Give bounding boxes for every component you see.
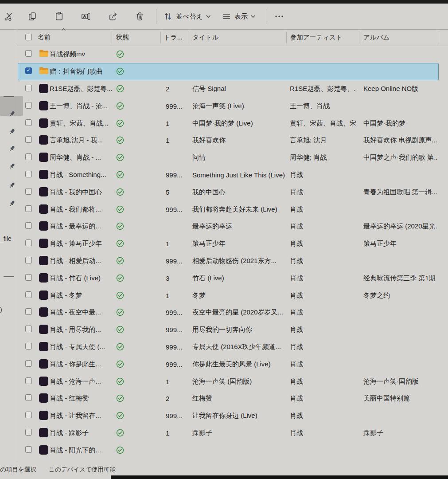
table-row[interactable]: 言承旭,沈月 - 我... 1 我好喜欢你 言承旭; 沈月 我好喜欢你 电视剧原… bbox=[17, 132, 448, 149]
pin-icon[interactable] bbox=[8, 110, 16, 118]
row-checkbox-wrap[interactable] bbox=[25, 153, 32, 161]
table-row[interactable]: 肖战 - 冬梦 1 冬梦 肖战 冬梦之约 bbox=[17, 287, 448, 304]
table-row[interactable]: 肖战 - 阳光下的... bbox=[17, 441, 448, 459]
table-row[interactable]: 肖战 - 专属天使 (... 999... 专属天使 (2016X玖少年频道..… bbox=[17, 338, 448, 356]
table-row[interactable]: 肖战 - 策马正少年 1 策马正少年 肖战 策马正少年 bbox=[17, 235, 448, 252]
table-row[interactable]: 肖战 - Something... 999... Something Just … bbox=[17, 166, 448, 184]
row-checkbox-wrap[interactable] bbox=[25, 136, 32, 144]
row-checkbox[interactable] bbox=[25, 308, 32, 315]
table-row[interactable]: 王一博、肖战 - 沧... 999... 沧海一声笑 (Live) 王一博、肖战 bbox=[17, 97, 448, 114]
row-checkbox[interactable] bbox=[25, 274, 32, 281]
table-row[interactable]: 肖战 - 沧海一声... 1 沧海一声笑 (国韵版) 肖战 沧海一声笑·国韵版 bbox=[17, 373, 448, 390]
row-checkbox[interactable] bbox=[25, 67, 32, 74]
row-checkbox-wrap[interactable] bbox=[25, 326, 32, 334]
column-header-track[interactable]: トラ... bbox=[164, 33, 183, 42]
row-checkbox-wrap[interactable] bbox=[25, 240, 32, 247]
row-checkbox-wrap[interactable] bbox=[25, 188, 32, 196]
row-checkbox-wrap[interactable] bbox=[25, 171, 32, 179]
table-row[interactable]: 肖战 - 最幸运的... 最幸运的幸运 肖战 最幸运的幸运 (2020星光... bbox=[17, 218, 448, 235]
row-checkbox[interactable] bbox=[25, 171, 32, 177]
row-checkbox-wrap[interactable] bbox=[25, 429, 32, 437]
table-row[interactable]: 肖战 - 夜空中最... 999... 夜空中最亮的星 (2020岁岁又... … bbox=[17, 304, 448, 321]
row-checkbox-wrap[interactable] bbox=[25, 291, 32, 299]
pin-icon[interactable] bbox=[8, 200, 16, 208]
row-checkbox-wrap[interactable] bbox=[25, 343, 32, 351]
row-checkbox-wrap[interactable] bbox=[25, 85, 32, 93]
row-checkbox[interactable] bbox=[25, 222, 32, 229]
row-checkbox-wrap[interactable] bbox=[25, 102, 32, 110]
select-all-checkbox[interactable] bbox=[25, 34, 32, 42]
row-checkbox[interactable] bbox=[25, 412, 32, 418]
row-checkbox-wrap[interactable] bbox=[25, 274, 32, 282]
row-checkbox[interactable] bbox=[25, 240, 32, 246]
view-button[interactable]: 表示 bbox=[220, 10, 257, 23]
table-row[interactable]: 肖战视频mv bbox=[17, 46, 448, 63]
table-row[interactable]: 肖战 - 竹石 (Live) 3 竹石 (Live) 肖战 经典咏流传第三季 第… bbox=[17, 269, 448, 287]
table-row[interactable]: 周华健、肖战 - ... 问情 周华健; 肖战 中国梦之声·我们的歌 第... bbox=[17, 149, 448, 166]
copy-button[interactable] bbox=[26, 10, 39, 24]
sort-button[interactable]: 並べ替え bbox=[161, 10, 212, 23]
row-checkbox[interactable] bbox=[25, 291, 32, 298]
column-separator[interactable] bbox=[439, 31, 439, 43]
row-checkbox-wrap[interactable] bbox=[25, 119, 32, 127]
row-checkbox-wrap[interactable] bbox=[25, 308, 32, 316]
row-checkbox[interactable] bbox=[25, 85, 32, 91]
table-row[interactable]: R1SE赵磊、彭楚粤... 2 信号 Signal R1SE赵磊、彭楚粤、...… bbox=[17, 80, 448, 98]
table-row[interactable]: 肖战 - 相爱后动... 999... 相爱后动物感伤 (2021东方... 肖… bbox=[17, 252, 448, 270]
column-separator[interactable] bbox=[112, 31, 112, 43]
column-header-album[interactable]: アルバム bbox=[363, 33, 390, 42]
pin-icon[interactable] bbox=[8, 163, 16, 170]
pin-icon[interactable] bbox=[8, 128, 16, 136]
row-checkbox[interactable] bbox=[25, 343, 32, 349]
table-row[interactable]: 肖战 - 我的中国心 5 我的中国心 肖战 青春为祖国歌唱 第一辑... bbox=[17, 183, 448, 200]
row-checkbox[interactable] bbox=[25, 394, 32, 401]
column-header-title[interactable]: タイトル bbox=[192, 33, 218, 42]
pin-icon[interactable] bbox=[8, 182, 16, 189]
column-header-artists[interactable]: 参加アーティスト bbox=[290, 33, 343, 42]
row-checkbox[interactable] bbox=[25, 257, 32, 263]
nav-item-label-fragment[interactable]: ) bbox=[0, 306, 2, 313]
column-separator[interactable] bbox=[160, 31, 161, 43]
row-checkbox[interactable] bbox=[25, 446, 32, 453]
cut-button[interactable] bbox=[2, 10, 16, 24]
paste-button[interactable] bbox=[52, 10, 66, 24]
table-row[interactable]: 黄轩、宋茜、肖战... 1 中国梦·我的梦 (Live) 黄轩、宋茜、肖战、宋.… bbox=[17, 114, 448, 132]
row-checkbox-wrap[interactable] bbox=[25, 394, 32, 402]
row-checkbox[interactable] bbox=[25, 119, 32, 126]
row-checkbox-wrap[interactable] bbox=[25, 50, 32, 58]
row-checkbox[interactable] bbox=[25, 102, 32, 109]
column-separator[interactable] bbox=[188, 31, 188, 43]
row-checkbox[interactable] bbox=[25, 377, 32, 384]
row-checkbox-wrap[interactable] bbox=[25, 360, 32, 368]
row-checkbox-wrap[interactable] bbox=[25, 67, 32, 75]
share-button[interactable] bbox=[106, 10, 120, 24]
row-checkbox[interactable] bbox=[25, 205, 32, 212]
row-checkbox-wrap[interactable] bbox=[25, 377, 32, 385]
column-header-status[interactable]: 状態 bbox=[116, 33, 129, 42]
row-checkbox-wrap[interactable] bbox=[25, 446, 32, 454]
row-checkbox[interactable] bbox=[25, 429, 32, 436]
row-checkbox-wrap[interactable] bbox=[25, 412, 32, 420]
column-separator[interactable] bbox=[359, 31, 359, 43]
table-row[interactable]: 肖战 - 踩影子 1 踩影子 肖战 踩影子 bbox=[17, 424, 448, 442]
more-options-button[interactable] bbox=[272, 10, 286, 23]
table-row[interactable]: 肖战 - 你是此生... 999... 你是此生最美的风景 (Live) 肖战 bbox=[17, 355, 448, 373]
table-row[interactable]: 肖战 - 用尽我的... 999... 用尽我的一切奔向你 肖战 bbox=[17, 321, 448, 338]
nav-item-label-fragment[interactable]: _file bbox=[0, 235, 12, 242]
rename-button[interactable] bbox=[79, 10, 93, 24]
delete-button[interactable] bbox=[133, 10, 147, 24]
table-row[interactable]: 肖战 - 红梅赞 2 红梅赞 肖战 美丽中国特别篇 bbox=[17, 390, 448, 407]
row-checkbox-wrap[interactable] bbox=[25, 205, 32, 213]
row-checkbox[interactable] bbox=[25, 326, 32, 332]
column-separator[interactable] bbox=[286, 31, 287, 43]
table-row[interactable]: 肖战 - 让我留在... 999... 让我留在你身边 (Live) 肖战 bbox=[17, 407, 448, 424]
row-checkbox[interactable] bbox=[25, 153, 32, 160]
row-checkbox[interactable] bbox=[25, 136, 32, 143]
row-checkbox[interactable] bbox=[25, 188, 32, 195]
column-header-name[interactable]: 名前 bbox=[38, 33, 51, 42]
table-row[interactable]: 肖战 - 我们都将... 999... 我们都将奔赴美好未来 (Live) 肖战 bbox=[17, 200, 448, 218]
row-checkbox[interactable] bbox=[25, 360, 32, 367]
pin-icon[interactable] bbox=[8, 145, 16, 153]
row-checkbox-wrap[interactable] bbox=[25, 257, 32, 265]
row-checkbox-wrap[interactable] bbox=[25, 222, 32, 230]
